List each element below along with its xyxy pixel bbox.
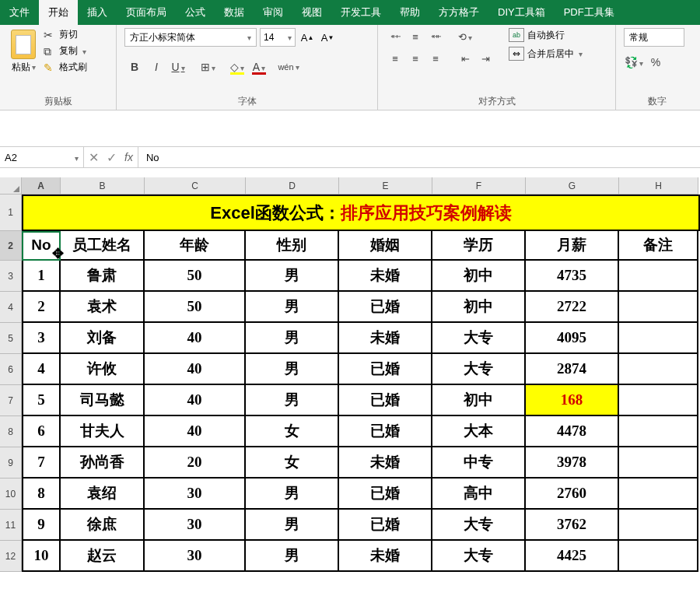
data-cell[interactable]: 高中 bbox=[432, 479, 526, 510]
align-top-button[interactable]: ⬴ bbox=[386, 28, 404, 45]
header-cell[interactable]: 性别 bbox=[246, 231, 339, 261]
align-right-button[interactable]: ≡ bbox=[426, 50, 445, 67]
menu-item-11[interactable]: DIY工具箱 bbox=[488, 0, 555, 25]
data-cell[interactable] bbox=[619, 261, 698, 292]
data-cell[interactable]: 9 bbox=[22, 510, 61, 541]
data-cell[interactable]: 未婚 bbox=[339, 541, 432, 572]
enter-formula-icon[interactable]: ✓ bbox=[107, 150, 117, 165]
percent-button[interactable]: % bbox=[646, 53, 666, 72]
data-cell[interactable]: 孙尚香 bbox=[61, 447, 145, 479]
data-cell[interactable] bbox=[619, 323, 698, 354]
fill-color-button[interactable]: ◇ bbox=[227, 58, 247, 76]
orientation-button[interactable]: ⟲ bbox=[456, 28, 474, 45]
data-cell[interactable]: 男 bbox=[246, 385, 339, 416]
data-cell[interactable]: 初中 bbox=[432, 292, 526, 323]
data-cell[interactable] bbox=[619, 416, 698, 447]
data-cell[interactable]: 徐庶 bbox=[61, 510, 145, 541]
header-cell[interactable]: No✥ bbox=[22, 231, 61, 261]
paste-button[interactable]: 粘贴 bbox=[8, 28, 39, 75]
data-cell[interactable]: 已婚 bbox=[339, 354, 432, 385]
data-cell[interactable]: 甘夫人 bbox=[61, 416, 145, 447]
data-cell[interactable] bbox=[619, 447, 698, 479]
data-cell[interactable]: 未婚 bbox=[339, 261, 432, 292]
row-header[interactable]: 10 bbox=[0, 479, 22, 510]
column-header[interactable]: F bbox=[432, 177, 526, 195]
column-header[interactable]: E bbox=[339, 177, 432, 195]
row-header[interactable]: 12 bbox=[0, 541, 22, 572]
align-bottom-button[interactable]: ⬵ bbox=[426, 28, 445, 45]
column-header[interactable]: G bbox=[526, 177, 619, 195]
data-cell[interactable]: 男 bbox=[246, 479, 339, 510]
data-cell[interactable]: 已婚 bbox=[339, 416, 432, 447]
data-cell[interactable]: 2722 bbox=[526, 292, 619, 323]
menu-item-9[interactable]: 帮助 bbox=[390, 0, 429, 25]
data-cell[interactable]: 40 bbox=[145, 354, 246, 385]
data-cell[interactable]: 已婚 bbox=[339, 479, 432, 510]
row-header[interactable]: 4 bbox=[0, 292, 22, 323]
data-cell[interactable]: 未婚 bbox=[339, 323, 432, 354]
data-cell[interactable]: 许攸 bbox=[61, 354, 145, 385]
data-cell[interactable]: 30 bbox=[145, 510, 246, 541]
menu-item-2[interactable]: 插入 bbox=[78, 0, 117, 25]
data-cell[interactable]: 女 bbox=[246, 416, 339, 447]
data-cell[interactable]: 司马懿 bbox=[61, 385, 145, 416]
underline-button[interactable]: U bbox=[168, 58, 188, 76]
cut-button[interactable]: 剪切 bbox=[44, 28, 87, 41]
number-format-select[interactable]: 常规 bbox=[624, 28, 684, 47]
data-cell[interactable]: 4735 bbox=[526, 261, 619, 292]
menu-item-0[interactable]: 文件 bbox=[0, 0, 39, 25]
font-color-button[interactable]: A bbox=[249, 58, 269, 76]
column-header[interactable]: H bbox=[619, 177, 698, 195]
row-header[interactable]: 1 bbox=[0, 195, 22, 231]
data-cell[interactable]: 30 bbox=[145, 541, 246, 572]
menu-item-7[interactable]: 视图 bbox=[292, 0, 331, 25]
phonetic-button[interactable]: wén bbox=[278, 58, 299, 76]
data-cell[interactable]: 2 bbox=[22, 292, 61, 323]
align-center-button[interactable]: ≡ bbox=[406, 50, 425, 67]
data-cell[interactable]: 男 bbox=[246, 354, 339, 385]
column-header[interactable]: C bbox=[145, 177, 246, 195]
data-cell[interactable]: 袁术 bbox=[61, 292, 145, 323]
menu-item-12[interactable]: PDF工具集 bbox=[555, 0, 624, 25]
data-cell[interactable]: 4425 bbox=[526, 541, 619, 572]
wrap-text-button[interactable]: ab自动换行 bbox=[509, 28, 583, 42]
data-cell[interactable] bbox=[619, 479, 698, 510]
merge-center-button[interactable]: ⇔合并后居中 bbox=[509, 47, 583, 61]
data-cell[interactable]: 40 bbox=[145, 416, 246, 447]
cancel-formula-icon[interactable]: ✕ bbox=[89, 150, 99, 165]
data-cell[interactable]: 大专 bbox=[432, 541, 526, 572]
data-cell[interactable]: 5 bbox=[22, 385, 61, 416]
menu-item-5[interactable]: 数据 bbox=[215, 0, 254, 25]
data-cell[interactable]: 1 bbox=[22, 261, 61, 292]
data-cell[interactable]: 已婚 bbox=[339, 385, 432, 416]
data-cell[interactable]: 女 bbox=[246, 447, 339, 479]
formula-input[interactable]: No bbox=[138, 147, 700, 167]
increase-font-button[interactable]: A▲ bbox=[299, 29, 316, 46]
border-button[interactable]: ⊞ bbox=[198, 58, 218, 76]
menu-item-1[interactable]: 开始 bbox=[39, 0, 78, 25]
data-cell[interactable] bbox=[619, 541, 698, 572]
decrease-indent-button[interactable]: ⇤ bbox=[456, 50, 474, 67]
data-cell[interactable]: 男 bbox=[246, 292, 339, 323]
name-box[interactable]: A2 bbox=[0, 147, 84, 167]
row-header[interactable]: 6 bbox=[0, 354, 22, 385]
column-header[interactable]: B bbox=[61, 177, 145, 195]
header-cell[interactable]: 年龄 bbox=[145, 231, 246, 261]
data-cell[interactable]: 8 bbox=[22, 479, 61, 510]
increase-indent-button[interactable]: ⇥ bbox=[476, 50, 495, 67]
data-cell[interactable]: 4478 bbox=[526, 416, 619, 447]
data-cell[interactable]: 大专 bbox=[432, 354, 526, 385]
data-cell[interactable]: 168 bbox=[526, 385, 619, 416]
menu-item-4[interactable]: 公式 bbox=[176, 0, 215, 25]
column-header[interactable]: D bbox=[246, 177, 339, 195]
data-cell[interactable] bbox=[619, 385, 698, 416]
data-cell[interactable]: 20 bbox=[145, 447, 246, 479]
data-cell[interactable]: 刘备 bbox=[61, 323, 145, 354]
data-cell[interactable]: 大专 bbox=[432, 510, 526, 541]
font-size-select[interactable]: 14 bbox=[260, 28, 296, 47]
data-cell[interactable]: 大本 bbox=[432, 416, 526, 447]
row-header[interactable]: 2 bbox=[0, 231, 22, 261]
header-cell[interactable]: 备注 bbox=[619, 231, 698, 261]
row-header[interactable]: 9 bbox=[0, 447, 22, 479]
data-cell[interactable]: 鲁肃 bbox=[61, 261, 145, 292]
